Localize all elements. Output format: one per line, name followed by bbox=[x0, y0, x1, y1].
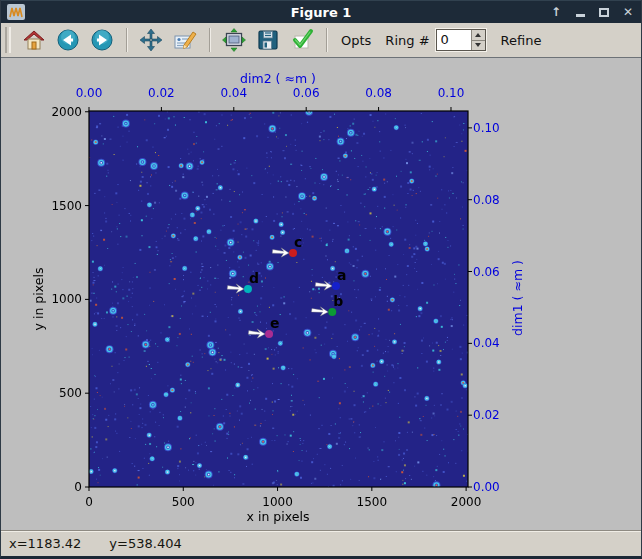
edit-note-pencil-icon bbox=[173, 28, 197, 52]
maximize-button[interactable] bbox=[597, 5, 611, 19]
right-axis-title: dim1 ( ≈m ) bbox=[510, 260, 525, 336]
pan-arrows-icon bbox=[139, 28, 163, 52]
opts-button[interactable]: Opts bbox=[336, 33, 376, 48]
forward-arrow-icon bbox=[90, 28, 114, 52]
toolbar-separator bbox=[126, 28, 127, 52]
cursor-y-readout: y=538.404 bbox=[109, 536, 181, 551]
y-tick-label: 1000 bbox=[51, 292, 82, 306]
title-bar[interactable]: Figure 1 ↑ ✕ bbox=[1, 0, 641, 23]
x-tick-label: 1000 bbox=[262, 495, 293, 509]
fullscreen-button[interactable] bbox=[219, 26, 249, 55]
bottom-axis-title: x in pixels bbox=[247, 509, 310, 524]
dim2-tick-label: 0.04 bbox=[220, 86, 247, 100]
triangle-up-icon bbox=[475, 33, 481, 37]
y-tick-label: 1500 bbox=[51, 199, 82, 213]
ring-number-spinbox[interactable]: 0 bbox=[436, 29, 486, 51]
dim1-tick-label: 0.00 bbox=[473, 480, 500, 494]
window-title: Figure 1 bbox=[1, 5, 641, 20]
toolbar: Opts Ring # 0 Refine bbox=[1, 23, 641, 58]
dim1-tick-label: 0.02 bbox=[473, 408, 500, 422]
dim1-tick-label: 0.06 bbox=[473, 265, 500, 279]
home-icon bbox=[22, 28, 46, 52]
cursor-x-readout: x=1183.42 bbox=[9, 536, 81, 551]
left-axis-title: y in pixels bbox=[31, 268, 46, 331]
toolbar-grip[interactable] bbox=[5, 27, 11, 53]
x-tick-label: 1500 bbox=[357, 495, 388, 509]
save-button[interactable] bbox=[253, 26, 283, 55]
toolbar-separator bbox=[209, 28, 210, 52]
dim2-tick-label: 0.06 bbox=[293, 86, 320, 100]
dim2-tick-label: 0.10 bbox=[438, 86, 465, 100]
forward-button[interactable] bbox=[87, 26, 117, 55]
figure-window: Figure 1 ↑ ✕ bbox=[0, 0, 642, 559]
ring-number-label: Ring # bbox=[380, 33, 431, 48]
shade-button[interactable]: ↑ bbox=[549, 5, 563, 19]
pan-button[interactable] bbox=[136, 26, 166, 55]
dim1-tick-label: 0.08 bbox=[473, 193, 500, 207]
diffraction-image[interactable] bbox=[89, 111, 468, 487]
dim2-tick-label: 0.02 bbox=[148, 86, 175, 100]
dim1-tick-label: 0.10 bbox=[473, 121, 500, 135]
matplotlib-window-icon bbox=[7, 4, 25, 20]
minimize-button[interactable] bbox=[573, 5, 587, 19]
spin-up-button[interactable] bbox=[472, 30, 485, 41]
apply-button[interactable] bbox=[287, 26, 317, 55]
fullscreen-monitor-icon bbox=[222, 28, 246, 52]
waveform-icon bbox=[9, 6, 23, 18]
dim2-tick-label: 0.08 bbox=[365, 86, 392, 100]
save-floppy-icon bbox=[256, 28, 280, 52]
edit-button[interactable] bbox=[170, 26, 200, 55]
close-button[interactable]: ✕ bbox=[621, 5, 635, 19]
dim2-tick-label: 0.00 bbox=[76, 86, 103, 100]
status-bar: x=1183.42 y=538.404 bbox=[1, 530, 641, 556]
x-tick-label: 0 bbox=[85, 495, 93, 509]
top-axis-title: dim2 ( ≈m ) bbox=[240, 71, 316, 86]
x-tick-label: 2000 bbox=[451, 495, 482, 509]
y-tick-label: 500 bbox=[59, 386, 82, 400]
back-arrow-icon bbox=[56, 28, 80, 52]
ring-number-value[interactable]: 0 bbox=[437, 30, 471, 50]
y-tick-label: 0 bbox=[74, 480, 82, 494]
home-button[interactable] bbox=[19, 26, 49, 55]
plot-canvas[interactable]: abcde dim2 ( ≈m ) x in pixels y in pixel… bbox=[1, 58, 641, 530]
dim1-tick-label: 0.04 bbox=[473, 336, 500, 350]
green-check-icon bbox=[290, 28, 314, 52]
toolbar-separator bbox=[326, 28, 327, 52]
spin-down-button[interactable] bbox=[472, 41, 485, 51]
back-button[interactable] bbox=[53, 26, 83, 55]
refine-button[interactable]: Refine bbox=[496, 33, 547, 48]
triangle-down-icon bbox=[475, 43, 481, 47]
x-tick-label: 500 bbox=[172, 495, 195, 509]
y-tick-label: 2000 bbox=[51, 105, 82, 119]
